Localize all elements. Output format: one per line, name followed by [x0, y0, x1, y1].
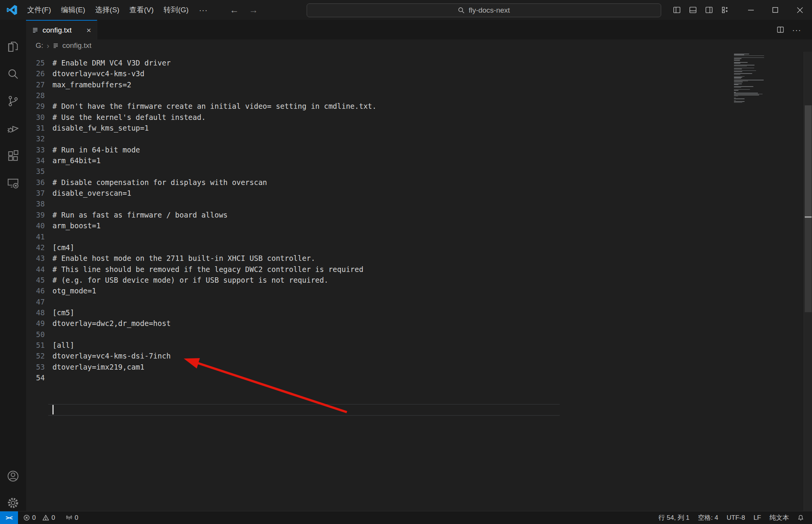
line-number: 30: [26, 112, 45, 123]
tab-close-icon[interactable]: ×: [85, 26, 92, 35]
code-line[interactable]: 38: [26, 198, 812, 209]
forwarded-ports[interactable]: 0: [63, 514, 81, 522]
problems-errors[interactable]: 0: [20, 514, 39, 522]
remote-explorer-icon[interactable]: [0, 174, 26, 192]
code-text: # Use the kernel's default instead.: [52, 112, 206, 123]
search-view-icon[interactable]: [0, 65, 26, 83]
line-number: 32: [26, 133, 45, 144]
line-number: 27: [26, 79, 45, 90]
extensions-icon[interactable]: [0, 146, 26, 165]
minimize-button[interactable]: [738, 0, 763, 20]
run-and-debug-icon[interactable]: [0, 119, 26, 138]
close-window-button[interactable]: [787, 0, 812, 20]
code-line[interactable]: 33# Run in 64-bit mode: [26, 144, 812, 155]
code-line[interactable]: 27max_framebuffers=2: [26, 79, 812, 90]
code-line[interactable]: 36# Disable compensation for displays wi…: [26, 177, 812, 188]
code-line[interactable]: 40arm_boost=1: [26, 220, 812, 231]
editor-more-actions-icon[interactable]: ···: [792, 25, 801, 34]
command-center-search[interactable]: fly-docs-next: [307, 3, 661, 17]
search-query-text: fly-docs-next: [469, 6, 510, 15]
line-number: 52: [26, 350, 45, 361]
menu-file[interactable]: 文件(F): [22, 0, 56, 20]
code-line[interactable]: 45# (e.g. for USB device mode) or if USB…: [26, 275, 812, 285]
tab-config-txt[interactable]: config.txt ×: [26, 20, 97, 39]
minimap-line: [734, 86, 753, 87]
minimap-line: [734, 95, 759, 95]
code-line[interactable]: 32: [26, 133, 812, 144]
notifications-bell[interactable]: [793, 511, 808, 524]
accounts-icon[interactable]: [0, 467, 26, 485]
eol-sequence[interactable]: LF: [749, 511, 765, 524]
code-text: arm_boost=1: [52, 220, 101, 231]
minimap-line: [734, 71, 742, 72]
customize-layout-icon[interactable]: [721, 6, 729, 14]
code-line[interactable]: 25# Enable DRM VC4 V3D driver: [26, 57, 812, 68]
code-line[interactable]: 50: [26, 329, 812, 340]
menu-view[interactable]: 查看(V): [124, 0, 158, 20]
code-line[interactable]: 26dtoverlay=vc4-kms-v3d: [26, 68, 812, 79]
code-line[interactable]: 42[cm4]: [26, 242, 812, 253]
encoding[interactable]: UTF-8: [722, 511, 749, 524]
minimap-line: [734, 80, 764, 80]
explorer-icon[interactable]: [0, 38, 26, 56]
minimap-line: [734, 89, 750, 90]
remote-indicator[interactable]: ><: [0, 511, 18, 524]
indentation[interactable]: 空格: 4: [694, 511, 722, 524]
code-line[interactable]: 41: [26, 231, 812, 242]
code-line[interactable]: 35: [26, 166, 812, 177]
problems-warnings[interactable]: 0: [39, 514, 58, 522]
cursor-position[interactable]: 行 54, 列 1: [654, 511, 694, 524]
code-text: dtoverlay=dwc2,dr_mode=host: [52, 318, 171, 329]
code-line[interactable]: 47: [26, 296, 812, 307]
split-editor-icon[interactable]: [776, 26, 784, 34]
code-text: disable_fw_kms_setup=1: [52, 123, 149, 133]
language-mode[interactable]: 纯文本: [765, 511, 793, 524]
source-control-icon[interactable]: [0, 92, 26, 110]
minimap-line: [734, 76, 745, 77]
navigate-back-icon[interactable]: ←: [230, 5, 239, 15]
code-text: dtoverlay=vc4-kms-dsi-7inch: [52, 350, 171, 361]
maximize-button[interactable]: [763, 0, 787, 20]
code-line[interactable]: 49dtoverlay=dwc2,dr_mode=host: [26, 318, 812, 329]
code-text: # Enable host mode on the 2711 built-in …: [52, 253, 315, 264]
minimap[interactable]: [734, 54, 777, 104]
minimap-line: [734, 57, 764, 58]
code-line[interactable]: 39# Run as fast as firmware / board allo…: [26, 210, 812, 220]
code-text: disable_overscan=1: [52, 188, 131, 198]
code-editor[interactable]: 25# Enable DRM VC4 V3D driver26dtoverlay…: [26, 52, 812, 511]
line-number: 54: [26, 372, 45, 383]
minimap-line: [734, 66, 747, 67]
breadcrumb-file[interactable]: config.txt: [62, 41, 91, 50]
code-text: [all]: [52, 340, 74, 350]
code-line[interactable]: 31disable_fw_kms_setup=1: [26, 123, 812, 133]
menu-edit[interactable]: 编辑(E): [56, 0, 90, 20]
code-line[interactable]: 34arm_64bit=1: [26, 155, 812, 166]
code-line[interactable]: 28: [26, 90, 812, 101]
code-line[interactable]: 51[all]: [26, 340, 812, 350]
toggle-panel-icon[interactable]: [689, 6, 697, 14]
code-line[interactable]: 43# Enable host mode on the 2711 built-i…: [26, 253, 812, 264]
code-line[interactable]: 46otg_mode=1: [26, 285, 812, 296]
navigate-forward-icon[interactable]: →: [249, 5, 258, 15]
tab-title: config.txt: [42, 26, 82, 34]
code-line[interactable]: 53dtoverlay=imx219,cam1: [26, 362, 812, 372]
breadcrumb-drive[interactable]: G:: [36, 41, 43, 50]
code-line[interactable]: 30# Use the kernel's default instead.: [26, 112, 812, 123]
minimap-line: [734, 54, 749, 54]
settings-gear-icon[interactable]: [0, 494, 26, 512]
code-line[interactable]: 52dtoverlay=vc4-kms-dsi-7inch: [26, 350, 812, 361]
menu-selection[interactable]: 选择(S): [90, 0, 124, 20]
code-line[interactable]: 48[cm5]: [26, 307, 812, 318]
menu-more-icon[interactable]: ···: [194, 0, 213, 20]
menu-goto[interactable]: 转到(G): [158, 0, 193, 20]
code-line[interactable]: 54: [26, 372, 812, 383]
minimap-line: [734, 84, 742, 84]
code-line[interactable]: 37disable_overscan=1: [26, 188, 812, 198]
minimap-line: [734, 63, 740, 64]
code-line[interactable]: 29# Don't have the firmware create an in…: [26, 101, 812, 111]
minimap-line: [734, 59, 740, 60]
code-line[interactable]: 44# This line should be removed if the l…: [26, 264, 812, 275]
vertical-scrollbar[interactable]: [804, 52, 812, 511]
toggle-secondary-sidebar-icon[interactable]: [705, 6, 713, 14]
toggle-primary-sidebar-icon[interactable]: [673, 6, 681, 14]
